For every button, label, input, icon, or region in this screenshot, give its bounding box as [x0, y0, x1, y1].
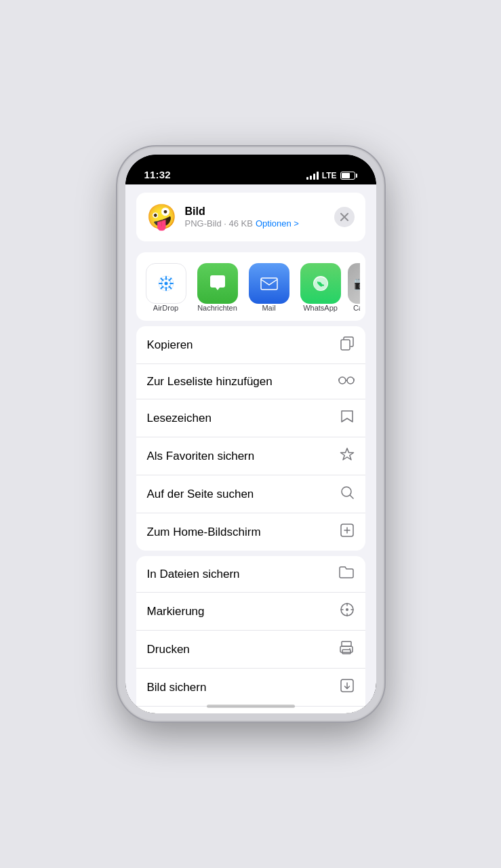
action-favoriten[interactable]: Als Favoriten sichern	[136, 437, 365, 475]
app-item-cam[interactable]: 📷 Cam	[348, 263, 360, 313]
dateien-label: In Dateien sichern	[147, 568, 240, 581]
svg-point-7	[347, 377, 354, 384]
options-link[interactable]: Optionen >	[256, 218, 299, 229]
action-home-bildschirm[interactable]: Zum Home-Bildschirm	[136, 513, 365, 551]
action-dateien[interactable]: In Dateien sichern	[136, 556, 365, 593]
svg-point-15	[349, 648, 350, 650]
file-name: Bild	[185, 205, 334, 218]
mail-label: Mail	[262, 304, 275, 313]
file-emoji-icon: 🤪	[147, 202, 177, 232]
share-header-bg: 🤪 Bild PNG-Bild · 46 KB Optionen >	[125, 184, 376, 247]
svg-point-0	[164, 282, 167, 285]
action-list-2: In Dateien sichern Markierung	[136, 556, 365, 713]
share-header-card: 🤪 Bild PNG-Bild · 46 KB Optionen >	[136, 193, 365, 241]
search-icon	[340, 485, 355, 503]
download-icon	[340, 678, 355, 696]
action-suchen[interactable]: Auf der Seite suchen	[136, 475, 365, 513]
svg-point-11	[346, 608, 348, 611]
lesezeichen-label: Lesezeichen	[147, 412, 212, 425]
status-icons: LTE	[306, 171, 357, 180]
messages-icon	[197, 263, 238, 304]
home-indicator	[207, 705, 295, 708]
kopieren-label: Kopieren	[147, 338, 193, 352]
compass-icon	[340, 602, 355, 620]
action-drucken[interactable]: Drucken	[136, 631, 365, 669]
file-meta: PNG-Bild · 46 KB Optionen >	[185, 218, 334, 229]
svg-rect-12	[342, 642, 351, 646]
close-button[interactable]	[334, 207, 355, 227]
cam-icon: 📷	[348, 263, 360, 304]
bild-sichern-label: Bild sichern	[147, 681, 207, 694]
app-item-airdrop[interactable]: AirDrop	[142, 263, 191, 313]
markierung-label: Markierung	[147, 605, 205, 618]
svg-rect-5	[341, 340, 350, 350]
home-bildschirm-label: Zum Home-Bildschirm	[147, 526, 261, 539]
app-row: AirDrop Nachrichten	[142, 263, 360, 313]
svg-rect-14	[342, 650, 350, 654]
svg-rect-3	[261, 278, 277, 290]
mail-icon	[249, 263, 289, 304]
app-item-nachrichten[interactable]: Nachrichten	[193, 263, 242, 313]
airdrop-label: AirDrop	[153, 304, 178, 313]
plus-square-icon	[340, 523, 355, 541]
airdrop-icon	[146, 263, 186, 304]
app-row-container: AirDrop Nachrichten	[136, 252, 365, 321]
app-item-whatsapp[interactable]: WhatsApp	[296, 263, 345, 313]
action-lesezeichen[interactable]: Lesezeichen	[136, 399, 365, 437]
battery-icon	[340, 172, 357, 180]
suchen-label: Auf der Seite suchen	[147, 488, 254, 501]
cam-label: Cam	[353, 304, 360, 313]
action-leseliste[interactable]: Zur Leseliste hinzufügen	[136, 364, 365, 399]
screen-content: 🤪 Bild PNG-Bild · 46 KB Optionen >	[125, 184, 376, 713]
app-item-mail[interactable]: Mail	[245, 263, 294, 313]
leseliste-label: Zur Leseliste hinzufügen	[147, 375, 273, 389]
copy-icon	[340, 336, 355, 354]
glasses-icon	[338, 374, 355, 389]
favoriten-label: Als Favoriten sichern	[147, 450, 255, 463]
folder-icon	[338, 566, 355, 583]
share-file-info: Bild PNG-Bild · 46 KB Optionen >	[185, 205, 334, 229]
whatsapp-label: WhatsApp	[303, 304, 338, 313]
signal-icon	[306, 172, 319, 180]
printer-icon	[338, 640, 355, 658]
drucken-label: Drucken	[147, 643, 190, 656]
action-markierung[interactable]: Markierung	[136, 593, 365, 631]
status-bar: 11:32 LTE	[125, 155, 376, 184]
nachrichten-label: Nachrichten	[197, 304, 237, 313]
action-bild-sichern[interactable]: Bild sichern	[136, 669, 365, 707]
whatsapp-icon	[300, 263, 341, 304]
action-list-1: Kopieren Zur Leseliste hinzufügen	[136, 326, 365, 551]
book-icon	[340, 409, 355, 427]
star-icon	[340, 447, 355, 465]
svg-point-6	[339, 377, 346, 384]
status-time: 11:32	[144, 169, 171, 180]
svg-point-8	[342, 487, 351, 496]
action-kopieren[interactable]: Kopieren	[136, 326, 365, 364]
lte-label: LTE	[322, 171, 337, 180]
